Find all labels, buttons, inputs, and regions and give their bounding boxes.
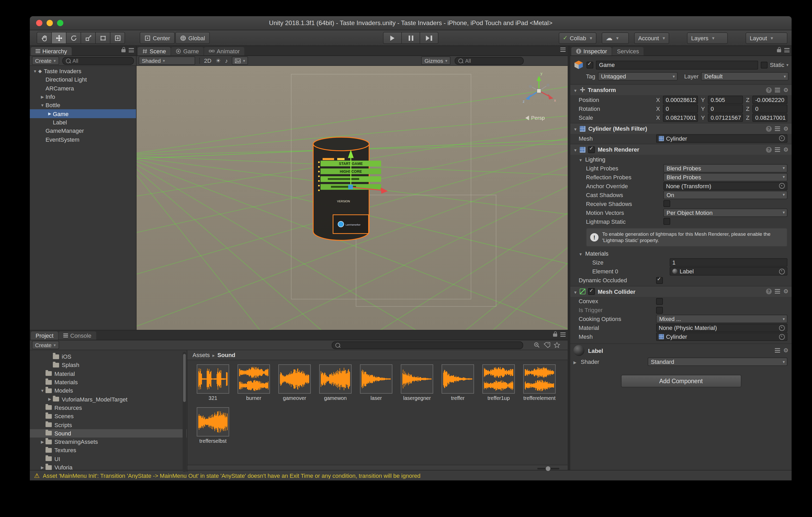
foldout-arrow[interactable] <box>579 251 583 257</box>
expand-arrow[interactable]: ▶ <box>39 465 46 470</box>
physic-material-field[interactable]: None (Physic Material) <box>656 324 787 332</box>
foldout-arrow[interactable] <box>573 146 577 153</box>
panel-menu-icon[interactable] <box>129 48 134 52</box>
gizmo-center-handle[interactable] <box>348 185 353 189</box>
rotate-tool-button[interactable] <box>66 32 81 44</box>
asset-item[interactable]: trefferelement <box>523 364 556 401</box>
asset-item[interactable]: burner <box>237 364 270 401</box>
settings-gear-icon[interactable]: ⚙ <box>783 126 788 131</box>
close-button[interactable] <box>36 20 42 26</box>
asset-item[interactable]: gameover <box>278 364 311 401</box>
breadcrumb-current[interactable]: Sound <box>218 352 235 358</box>
object-picker-icon[interactable] <box>779 334 785 340</box>
cooking-options-dropdown[interactable]: Mixed ... <box>656 315 787 323</box>
scale-tool-button[interactable] <box>81 32 96 44</box>
folder-item[interactable]: ▶ VuforiaMars_ModelTarget <box>30 395 187 403</box>
folder-item[interactable]: Textures <box>30 446 187 455</box>
folder-item[interactable]: Sound <box>30 429 187 437</box>
thumbnail-zoom-slider[interactable] <box>537 468 559 469</box>
tab-animator[interactable]: Animator <box>204 47 244 55</box>
presets-icon[interactable] <box>775 88 780 92</box>
convex-checkbox[interactable] <box>656 298 663 305</box>
pause-button[interactable] <box>402 32 420 44</box>
layers-dropdown[interactable]: Layers <box>687 32 728 44</box>
tab-project[interactable]: Project <box>31 331 58 340</box>
folder-item[interactable]: ▶ Vuforia <box>30 463 187 472</box>
folder-item[interactable]: Scenes <box>30 412 187 421</box>
rotation-x-field[interactable]: 0 <box>663 104 698 113</box>
presets-icon[interactable] <box>775 348 780 353</box>
static-toggle[interactable]: Static <box>761 61 788 68</box>
asset-item[interactable]: laser <box>360 364 393 401</box>
asset-item[interactable]: lasergegner <box>401 364 433 401</box>
expand-arrow[interactable]: ▶ <box>39 94 46 99</box>
layout-dropdown[interactable]: Layout <box>746 32 787 44</box>
asset-item[interactable]: 321 <box>197 364 229 401</box>
draw-mode-dropdown[interactable]: Shaded <box>139 57 195 65</box>
folder-item[interactable]: Material <box>30 369 187 378</box>
tab-hierarchy[interactable]: Hierarchy <box>31 47 72 55</box>
gizmos-dropdown[interactable]: Gizmos <box>422 57 451 65</box>
search-by-label-icon[interactable] <box>544 342 550 348</box>
scene-viewport[interactable]: START GAME HIGHSCORE VERSION <box>137 66 568 330</box>
favorites-icon[interactable] <box>554 342 560 348</box>
titlebar[interactable]: Unity 2018.1.3f1 (64bit) - Taste Invader… <box>30 16 791 30</box>
expand-arrow[interactable]: ▶ <box>39 439 46 444</box>
presets-icon[interactable] <box>775 290 780 294</box>
hierarchy-item[interactable]: ▶ Game <box>30 110 136 118</box>
hierarchy-create-dropdown[interactable]: Create <box>32 57 59 65</box>
dynamic-occluded-checkbox[interactable] <box>656 277 663 284</box>
scene-search-input[interactable]: All <box>455 57 524 65</box>
scale-x-field[interactable]: 0.08217001 <box>663 113 698 122</box>
effects-dropdown[interactable] <box>232 57 248 65</box>
enabled-checkbox[interactable] <box>588 288 595 295</box>
2d-toggle[interactable]: 2D <box>204 58 211 63</box>
hierarchy-item[interactable]: ▼ Bottle <box>30 101 136 110</box>
help-icon[interactable]: ? <box>766 126 772 131</box>
reflection-probes-dropdown[interactable]: Blend Probes <box>663 173 787 181</box>
position-x-field[interactable]: 0.00028612 <box>663 95 698 104</box>
scene-audio-toggle[interactable]: ♪ <box>225 58 228 63</box>
position-y-field[interactable]: 0.505 <box>708 95 743 104</box>
project-create-dropdown[interactable]: Create <box>32 341 59 349</box>
mesh-object-field[interactable]: Cylinder <box>656 134 787 143</box>
settings-gear-icon[interactable]: ⚙ <box>783 87 788 93</box>
add-component-button[interactable]: Add Component <box>621 375 741 387</box>
lightmap-static-checkbox[interactable] <box>663 218 670 225</box>
foldout-arrow[interactable] <box>573 288 577 295</box>
hierarchy-search-input[interactable]: All <box>62 57 134 65</box>
hierarchy-item[interactable]: Directional Light <box>30 75 136 84</box>
cloud-services-button[interactable]: ☁ <box>602 32 629 44</box>
hand-tool-button[interactable] <box>37 32 52 44</box>
lock-icon[interactable] <box>121 49 125 52</box>
folder-item[interactable]: UI <box>30 455 187 463</box>
asset-item[interactable]: trefferselbst <box>197 407 229 444</box>
settings-gear-icon[interactable]: ⚙ <box>783 147 788 152</box>
object-picker-icon[interactable] <box>779 135 785 141</box>
gizmo-cube[interactable] <box>537 89 541 93</box>
expand-arrow[interactable]: ▼ <box>32 69 38 73</box>
enabled-checkbox[interactable] <box>588 146 595 153</box>
tab-console[interactable]: Console <box>59 331 96 340</box>
static-checkbox[interactable] <box>761 61 768 68</box>
rotation-z-field[interactable]: 0 <box>753 104 787 113</box>
expand-arrow[interactable]: ▼ <box>39 388 46 393</box>
presets-icon[interactable] <box>775 126 780 131</box>
hierarchy-item[interactable]: GameManager <box>30 126 136 135</box>
scale-z-field[interactable]: 0.08217001 <box>753 113 787 122</box>
settings-gear-icon[interactable]: ⚙ <box>783 348 788 354</box>
tab-inspector[interactable]: i Inspector <box>571 47 612 55</box>
foldout-arrow[interactable] <box>573 125 577 132</box>
move-tool-button[interactable] <box>52 32 66 44</box>
lock-icon[interactable] <box>777 49 781 52</box>
active-checkbox[interactable] <box>586 61 593 68</box>
expand-arrow[interactable]: ▶ <box>47 397 53 401</box>
scene-lighting-toggle[interactable]: ☀ <box>215 58 221 63</box>
shader-dropdown[interactable]: Standard <box>648 358 787 366</box>
search-by-type-icon[interactable] <box>534 342 541 348</box>
foldout-arrow[interactable] <box>573 87 577 93</box>
breadcrumb-root[interactable]: Assets <box>193 352 210 358</box>
asset-item[interactable]: treffer1up <box>483 364 515 401</box>
hierarchy-item[interactable]: ▼ ◆Taste Invaders <box>30 67 136 75</box>
rect-tool-button[interactable] <box>96 32 110 44</box>
